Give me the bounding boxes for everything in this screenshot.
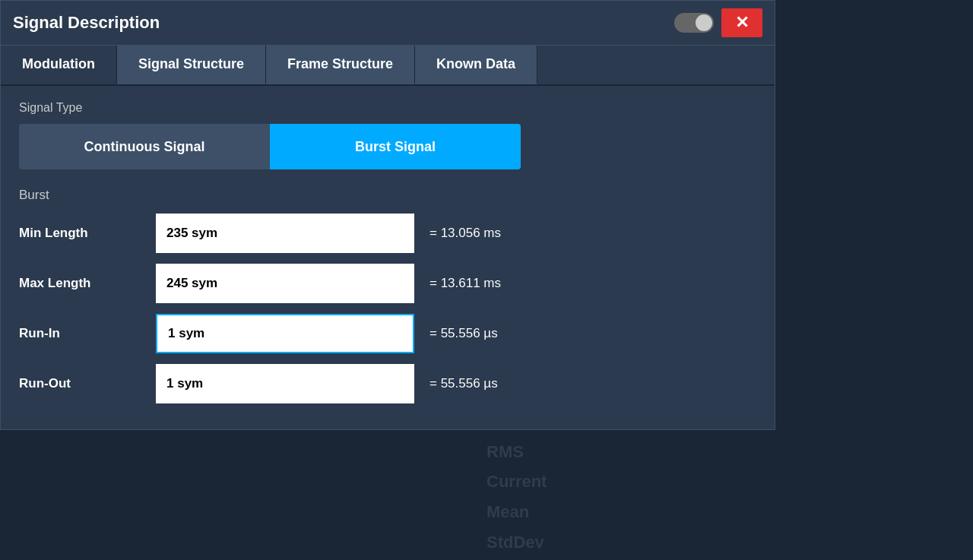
tabs-bar: Modulation Signal Structure Frame Struct… — [1, 46, 775, 86]
param-input-max-length[interactable] — [156, 264, 414, 303]
tab-known-data[interactable]: Known Data — [415, 46, 537, 84]
dialog-title: Signal Description — [13, 13, 160, 33]
param-row-max-length: Max Length = 13.611 ms — [19, 264, 756, 303]
continuous-signal-button[interactable]: Continuous Signal — [19, 124, 270, 169]
title-controls: ✕ — [674, 8, 762, 37]
tab-modulation[interactable]: Modulation — [1, 46, 117, 84]
param-name-max-length: Max Length — [19, 276, 156, 291]
param-row-run-in: Run-In = 55.556 µs — [19, 314, 756, 353]
param-value-run-in: = 55.556 µs — [429, 326, 498, 341]
param-value-run-out: = 55.556 µs — [429, 376, 498, 391]
param-name-run-out: Run-Out — [19, 376, 156, 391]
title-bar: Signal Description ✕ — [1, 1, 775, 46]
param-name-min-length: Min Length — [19, 226, 156, 241]
param-input-run-out[interactable] — [156, 364, 414, 403]
signal-description-dialog: Signal Description ✕ Modulation Signal S… — [0, 0, 775, 430]
signal-type-label: Signal Type — [19, 101, 756, 115]
toggle-switch[interactable] — [674, 13, 714, 33]
burst-section-label: Burst — [19, 188, 756, 203]
param-value-min-length: = 13.056 ms — [429, 226, 501, 241]
param-input-run-in[interactable] — [156, 314, 414, 353]
param-input-min-length[interactable] — [156, 214, 414, 253]
param-row-run-out: Run-Out = 55.556 µs — [19, 364, 756, 403]
close-button[interactable]: ✕ — [721, 8, 762, 37]
param-value-max-length: = 13.611 ms — [429, 276, 501, 291]
tab-signal-structure[interactable]: Signal Structure — [117, 46, 266, 84]
tab-frame-structure[interactable]: Frame Structure — [266, 46, 415, 84]
burst-signal-button[interactable]: Burst Signal — [270, 124, 521, 169]
tab-content: Signal Type Continuous Signal Burst Sign… — [1, 86, 775, 429]
signal-type-toggle: Continuous Signal Burst Signal — [19, 124, 521, 169]
param-row-min-length: Min Length = 13.056 ms — [19, 214, 756, 253]
param-name-run-in: Run-In — [19, 326, 156, 341]
